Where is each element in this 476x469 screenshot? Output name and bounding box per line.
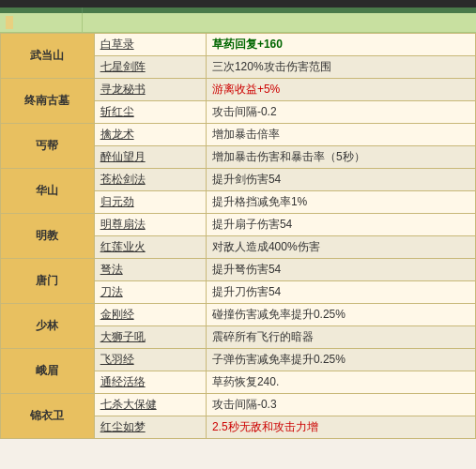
effect-cell: 草药回复+160	[206, 34, 475, 56]
effect-cell: 提升刀伤害54	[206, 281, 475, 304]
subheader-value	[83, 13, 476, 32]
top-banner	[0, 0, 476, 8]
effect-cell: 草药恢复240.	[206, 371, 475, 394]
effect-cell: 攻击间隔-0.2	[206, 101, 475, 124]
skill-cell[interactable]: 苍松剑法	[94, 169, 206, 191]
skill-cell[interactable]: 红尘如梦	[94, 416, 206, 439]
faction-cell: 峨眉	[1, 349, 95, 394]
effect-cell: 三次120%攻击伤害范围	[206, 56, 475, 79]
skill-cell[interactable]: 归元劲	[94, 191, 206, 214]
skill-cell[interactable]: 白草录	[94, 34, 206, 56]
faction-cell: 丐帮	[1, 124, 95, 169]
skill-cell[interactable]: 七杀大保健	[94, 394, 206, 416]
table-row: 唐门弩法提升弩伤害54	[1, 259, 476, 281]
effect-cell: 增加暴击倍率	[206, 124, 475, 146]
header-area	[0, 8, 476, 33]
skill-cell[interactable]: 大狮子吼	[94, 326, 206, 349]
effect-cell: 提升扇子伤害54	[206, 214, 475, 236]
skill-cell[interactable]: 金刚经	[94, 304, 206, 326]
table-row: 丐帮擒龙术增加暴击倍率	[1, 124, 476, 146]
effect-cell: 提升格挡减免率1%	[206, 191, 475, 214]
skill-cell[interactable]: 飞羽经	[94, 349, 206, 371]
skill-cell[interactable]: 刀法	[94, 281, 206, 304]
table-row: 少林金刚经碰撞伤害减免率提升0.25%	[1, 304, 476, 326]
skill-cell[interactable]: 红莲业火	[94, 236, 206, 259]
faction-cell: 终南古墓	[1, 79, 95, 124]
table-row: 终南古墓寻龙秘书游离收益+5%	[1, 79, 476, 101]
effect-cell: 震碎所有飞行的暗器	[206, 326, 475, 349]
skill-cell[interactable]: 擒龙术	[94, 124, 206, 146]
skill-cell[interactable]: 醉仙望月	[94, 146, 206, 169]
effect-cell: 2.5秒无敌和攻击力增	[206, 416, 475, 439]
skill-cell[interactable]: 七星剑阵	[94, 56, 206, 79]
skill-cell[interactable]: 通经活络	[94, 371, 206, 394]
faction-cell: 明教	[1, 214, 95, 259]
effect-cell: 提升剑伤害54	[206, 169, 475, 191]
effect-cell: 增加暴击伤害和暴击率（5秒）	[206, 146, 475, 169]
table-row: 明教明尊扇法提升扇子伤害54	[1, 214, 476, 236]
effect-cell: 碰撞伤害减免率提升0.25%	[206, 304, 475, 326]
skill-cell[interactable]: 斩红尘	[94, 101, 206, 124]
faction-cell: 唐门	[1, 259, 95, 304]
faction-cell: 锦衣卫	[1, 394, 95, 439]
skills-table-container: 武当山白草录草药回复+160七星剑阵三次120%攻击伤害范围终南古墓寻龙秘书游离…	[0, 33, 476, 446]
faction-cell: 武当山	[1, 34, 95, 79]
subheader-label	[0, 13, 83, 32]
effect-cell: 对敌人造成400%伤害	[206, 236, 475, 259]
table-row: 华山苍松剑法提升剑伤害54	[1, 169, 476, 191]
skill-cell[interactable]: 明尊扇法	[94, 214, 206, 236]
faction-cell: 少林	[1, 304, 95, 349]
effect-cell: 游离收益+5%	[206, 79, 475, 101]
table-row: 锦衣卫七杀大保健攻击间隔-0.3	[1, 394, 476, 416]
effect-cell: 子弹伤害减免率提升0.25%	[206, 349, 475, 371]
effect-cell: 攻击间隔-0.3	[206, 394, 475, 416]
skill-cell[interactable]: 寻龙秘书	[94, 79, 206, 101]
effect-cell: 提升弩伤害54	[206, 259, 475, 281]
table-row: 武当山白草录草药回复+160	[1, 34, 476, 56]
table-row: 峨眉飞羽经子弹伤害减免率提升0.25%	[1, 349, 476, 371]
skills-table: 武当山白草录草药回复+160七星剑阵三次120%攻击伤害范围终南古墓寻龙秘书游离…	[0, 33, 476, 439]
faction-cell: 华山	[1, 169, 95, 214]
skill-cell[interactable]: 弩法	[94, 259, 206, 281]
